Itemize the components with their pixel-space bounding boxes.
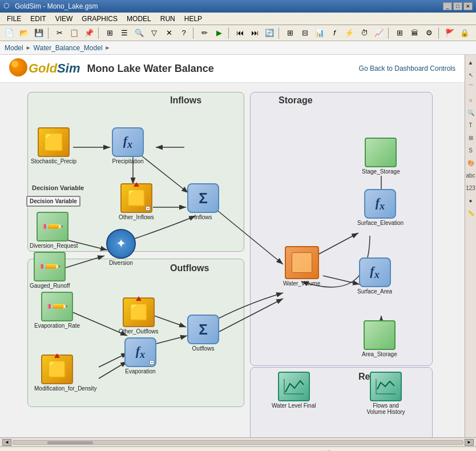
tb-save[interactable]: 💾	[32, 26, 46, 40]
tb-gear[interactable]: ⚙	[422, 26, 436, 40]
tb-pencil[interactable]: ✏	[197, 26, 211, 40]
tb-list[interactable]: ☰	[118, 26, 131, 40]
breadcrumb: Model ► Water_Balance_Model ►	[0, 41, 476, 55]
menu-run[interactable]: RUN	[156, 14, 180, 24]
gauged-runoff-label: Gauged_Runoff	[30, 283, 70, 289]
tb-x[interactable]: ✕	[162, 26, 176, 40]
stochastic-precip-icon: 🟨	[38, 127, 70, 157]
other-outflows-node[interactable]: 🟨 Other_Outflows	[119, 297, 158, 335]
window-controls[interactable]: _ □ ✕	[443, 2, 473, 10]
tb-chart[interactable]: 📊	[313, 26, 326, 40]
menu-view[interactable]: VIEW	[51, 14, 78, 24]
surface-elevation-node[interactable]: fx Surface_Elevation	[357, 189, 403, 226]
water-volume-node[interactable]: Water_Volume	[283, 246, 320, 287]
tb-paste[interactable]: 📌	[82, 26, 96, 40]
sb-grid[interactable]: ⊞	[466, 132, 476, 143]
diagram-container[interactable]: GoldSim Mono Lake Water Balance Go Back …	[0, 55, 465, 437]
menu-model[interactable]: MODEL	[122, 14, 156, 24]
tb-new[interactable]: 📄	[2, 26, 16, 40]
tb-fx[interactable]: f	[328, 26, 341, 40]
diversion-node[interactable]: ✦ Diversion	[106, 229, 136, 266]
sb-arrow[interactable]: ↖	[466, 70, 476, 80]
bc-model[interactable]: Model	[5, 44, 23, 52]
other-inflows-node[interactable]: 🟨 ▪ Other_Inflows	[119, 183, 154, 220]
menu-help[interactable]: HELP	[180, 14, 207, 24]
gauged-runoff-node[interactable]: ✏️ Gauged_Runoff	[30, 252, 70, 289]
area-storage-icon	[364, 320, 396, 350]
tb-cols[interactable]: ⊟	[298, 26, 312, 40]
menu-edit[interactable]: EDIT	[26, 14, 50, 24]
horizontal-scrollbar[interactable]: ◄ ►	[0, 437, 476, 446]
menu-graphics[interactable]: GRAPHICS	[77, 14, 122, 24]
flows-volume-history-node[interactable]: Flows and Volume History	[363, 372, 409, 415]
scroll-track[interactable]	[13, 440, 463, 445]
sb-circle[interactable]: ○	[466, 95, 476, 105]
sb-ruler[interactable]: 📏	[466, 208, 476, 218]
tb-lightning[interactable]: ⚡	[342, 26, 356, 40]
content-area: GoldSim Mono Lake Water Balance Go Back …	[0, 55, 476, 437]
tb-grid[interactable]: ⊞	[103, 26, 116, 40]
menu-file[interactable]: FILE	[2, 14, 26, 24]
outflows-sigma-node[interactable]: Σ Outflows	[187, 315, 219, 352]
stochastic-precip-node[interactable]: 🟨 Stochastic_Precip	[31, 127, 76, 164]
inflows-sigma-icon: Σ	[187, 183, 219, 213]
area-storage-node[interactable]: Area_Storage	[362, 320, 397, 357]
sb-s-icon[interactable]: S	[466, 145, 476, 155]
logo-gold: Gold	[29, 61, 57, 76]
evaporation-node[interactable]: ▪ fx Evaporation	[124, 337, 156, 375]
tb-building[interactable]: 🏛	[408, 26, 421, 40]
tb-sep7	[438, 27, 441, 39]
tb-grid2[interactable]: ⊞	[283, 26, 297, 40]
tb-clock[interactable]: ⏱	[357, 26, 371, 40]
surface-area-icon: fx	[359, 257, 391, 287]
tb-sep5	[279, 27, 281, 39]
tb-table[interactable]: ⊞	[393, 26, 406, 40]
tb-cut[interactable]: ✂	[53, 26, 66, 40]
maximize-button[interactable]: □	[453, 2, 462, 10]
surface-area-label: Surface_Area	[357, 288, 392, 295]
sb-abc[interactable]: abc	[466, 170, 476, 180]
other-inflows-label: Other_Inflows	[119, 214, 154, 220]
tb-help[interactable]: ?	[177, 26, 191, 40]
tb-search[interactable]: 🔍	[132, 26, 146, 40]
sb-search[interactable]: 🔍	[466, 107, 476, 118]
inflows-sigma-node[interactable]: Σ Inflows	[187, 183, 219, 220]
sb-palette[interactable]: 🎨	[466, 158, 476, 168]
diversion-request-node[interactable]: ✏️ Diversion_Request	[30, 212, 75, 249]
tb-lock[interactable]: 🔒	[458, 26, 471, 40]
sb-scroll-up[interactable]: ▲	[466, 57, 476, 67]
tb-linechart[interactable]: 📈	[372, 26, 386, 40]
tb-play[interactable]: ▶	[212, 26, 226, 40]
surface-area-node[interactable]: fx Surface_Area	[357, 257, 392, 295]
sb-text[interactable]: T	[466, 120, 476, 130]
tb-filter[interactable]: ▽	[147, 26, 161, 40]
bc-water-balance[interactable]: Water_Balance_Model	[34, 44, 103, 52]
tb-back[interactable]: ⏮	[233, 26, 247, 40]
tb-loop[interactable]: 🔄	[263, 26, 276, 40]
tb-open[interactable]: 📂	[17, 26, 31, 40]
modification-density-node[interactable]: 🟨 Modification_for_Density	[34, 355, 80, 392]
tb-flag[interactable]: 🚩	[443, 26, 457, 40]
tb-fwd[interactable]: ⏭	[248, 26, 261, 40]
statusbar: Editing 🔒 Low Diversion 100% - +	[0, 446, 476, 451]
tb-copy[interactable]: 📋	[67, 26, 81, 40]
close-button[interactable]: ✕	[463, 2, 473, 10]
precipitation-node[interactable]: fx Precipitation	[112, 127, 144, 164]
stage-storage-node[interactable]: Stage_Storage	[362, 138, 400, 175]
evaporation-rate-label: Evaporation_Rate	[34, 323, 80, 329]
storage-section-bg	[250, 92, 433, 366]
scroll-thumb[interactable]	[47, 441, 93, 445]
outflows-label: Outflows	[170, 263, 209, 273]
flows-volume-history-icon	[370, 372, 402, 401]
minimize-button[interactable]: _	[443, 2, 452, 10]
scroll-left-btn[interactable]: ◄	[2, 439, 11, 446]
diversion-request-label: Diversion_Request	[30, 243, 75, 249]
sb-number[interactable]: 123	[466, 183, 476, 193]
water-level-final-node[interactable]: Water Level Final	[272, 372, 316, 409]
back-to-dashboard-link[interactable]: Go Back to Dashboard Controls	[359, 65, 455, 73]
sb-dot[interactable]: ●	[466, 195, 476, 206]
evaporation-rate-node[interactable]: ✏️ Evaporation_Rate	[34, 292, 80, 329]
surface-elevation-label: Surface_Elevation	[357, 220, 403, 226]
sb-curve[interactable]: ⌒	[466, 82, 476, 92]
scroll-right-btn[interactable]: ►	[465, 439, 474, 446]
